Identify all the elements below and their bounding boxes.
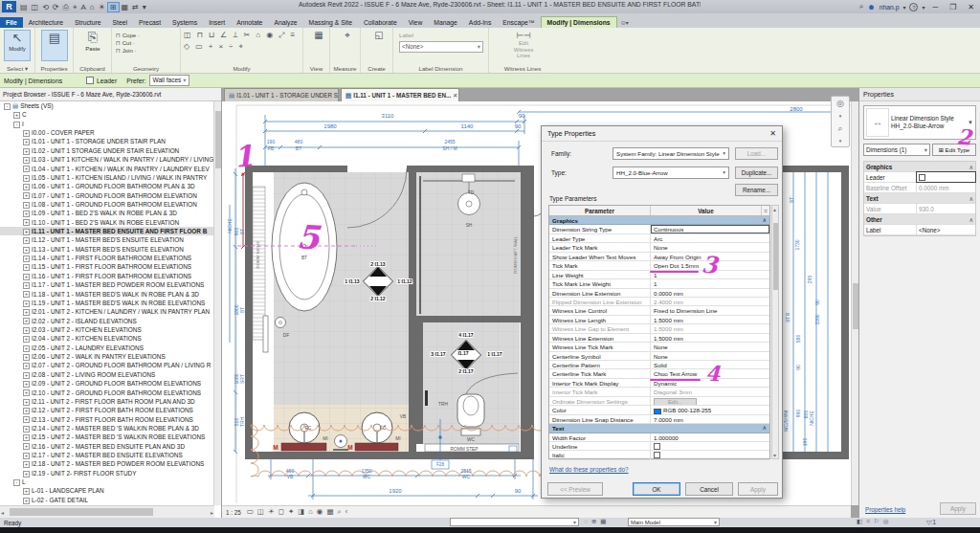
close-view-icon[interactable]: ✕ <box>453 92 457 99</box>
tree-item[interactable]: +I1.13 - UNIT 1 - MASTER BED'S ENSUITE E… <box>0 245 214 254</box>
parameter-row[interactable]: Ordinate Dimension SettingsEdit... <box>549 397 769 406</box>
ribbon-tab-massing-site[interactable]: Massing & Site <box>303 17 358 28</box>
view-tab-active[interactable]: ▤I1.11 - UNIT 1 - MASTER BED EN... ✕ <box>341 88 459 101</box>
project-browser-title[interactable]: Project Browser - ISSUE F - 6 Maze Ave, … <box>0 88 221 101</box>
view-control-icon[interactable]: ◉ <box>315 507 325 516</box>
ok-button[interactable]: OK <box>633 482 680 496</box>
ribbon-tab-view[interactable]: View <box>403 17 429 28</box>
tree-item[interactable]: +I1.04 - UNIT 1 - KITCHEN / WALK IN PANT… <box>0 165 214 173</box>
tree-item[interactable]: +I2.19 - UNIT 2- FIRST FLOOR STUDY <box>0 469 214 477</box>
parameter-row[interactable]: Leader TypeArc <box>549 234 769 243</box>
geometry-tool-cut[interactable]: ⊓ Cut · <box>116 39 140 47</box>
status-icon[interactable]: ◧ <box>855 518 864 524</box>
modify-tool-icon[interactable]: ∠ <box>220 31 227 40</box>
expand-icon[interactable]: + <box>23 175 30 182</box>
properties-apply-button[interactable]: Apply <box>940 502 976 515</box>
view-tools-icon[interactable]: ▦ <box>305 30 332 61</box>
cancel-button[interactable]: Cancel <box>685 482 733 496</box>
parameter-row[interactable]: Centerline Tick MarkChoo Text Arrow <box>549 369 769 378</box>
workset-dropdown[interactable]: ▾ <box>450 518 579 526</box>
steering-wheel-icon[interactable]: ◎ <box>836 99 844 108</box>
tree-item[interactable]: +I2.10 - UNIT 2 - GROUND FLOOR BATHROOM … <box>0 389 214 397</box>
parameter-row[interactable]: Underline <box>549 442 769 451</box>
expand-icon[interactable]: + <box>23 282 30 289</box>
ribbon-tab-enscape-[interactable]: Enscape™ <box>497 17 540 28</box>
ribbon-tab-insert[interactable]: Insert <box>203 17 231 28</box>
expand-icon[interactable]: + <box>23 237 30 244</box>
status-icon[interactable]: ⊕ <box>590 518 598 524</box>
element-filter-dropdown[interactable]: Dimensions (1) ▾ <box>863 144 930 156</box>
properties-section-text[interactable]: Text∧ <box>864 193 975 204</box>
parameter-row[interactable]: Witness Line Tick MarkNone <box>549 343 769 351</box>
expand-icon[interactable]: + <box>23 354 30 361</box>
text-icon[interactable]: A <box>78 3 87 11</box>
ribbon-tab-file[interactable]: File <box>0 17 23 28</box>
expand-icon[interactable]: + <box>23 426 30 433</box>
parameter-row[interactable]: Show Leader When Text MovesAway From Ori… <box>549 253 769 261</box>
expand-icon[interactable]: + <box>23 498 30 504</box>
measure-tools-icon[interactable]: ⌖ <box>334 30 361 61</box>
tree-item[interactable]: +I2.15 - UNIT 2 - MASTER BED 'S WALKIN R… <box>0 433 214 441</box>
expand-icon[interactable]: + <box>23 408 30 414</box>
tree-item[interactable]: -I <box>0 120 214 128</box>
duplicate-button[interactable]: Duplicate... <box>735 167 778 179</box>
parameter-row[interactable]: Width Factor1.000000 <box>549 433 769 442</box>
collapse-icon[interactable]: - <box>4 103 11 110</box>
expand-icon[interactable]: + <box>23 219 30 226</box>
help-icon[interactable]: ? <box>909 3 918 11</box>
ribbon-tab-analyze[interactable]: Analyze <box>268 17 302 28</box>
dialog-close-icon[interactable]: ✕ <box>769 129 776 138</box>
view-control-icon[interactable]: ☀ <box>266 507 277 516</box>
parameter-row[interactable]: Dimension String TypeContinuous <box>549 225 769 233</box>
tree-item[interactable]: +I1.09 - UNIT 1 - BED 2'S WALK IN ROBE P… <box>0 209 214 217</box>
load-button[interactable]: Load... <box>735 147 778 160</box>
tree-item[interactable]: +I1.18 - UNIT 1 - MASTER BED'S WALK IN R… <box>0 290 214 299</box>
view-control-icon[interactable]: ◨ <box>296 507 306 516</box>
tree-item[interactable]: +L-02 - GATE DETAIL <box>0 496 214 504</box>
tree-item[interactable]: +I1.11 - UNIT 1 - MASTER BED ENSUITE AND… <box>0 227 214 235</box>
tab-overflow-icon[interactable]: ⊙▾ <box>617 17 633 28</box>
parameter-row[interactable]: Witness Line Extension1.5000 mm <box>549 334 769 343</box>
expand-icon[interactable]: + <box>23 453 30 459</box>
expand-icon[interactable]: + <box>23 471 30 477</box>
tree-item[interactable]: +I1.14 - UNIT 1 - FIRST FLOOR BATHROOM E… <box>0 254 214 262</box>
parameter-row[interactable]: Dimension Line Extension0.0000 mm <box>549 289 769 298</box>
tree-item[interactable]: +I2.17 - UNIT 2 - MASTER BED ENSUITE ELE… <box>0 451 214 459</box>
modify-tool-icon[interactable]: ⌂ <box>256 31 260 40</box>
expand-icon[interactable]: + <box>23 211 30 217</box>
ribbon-tab-modify-dimensions[interactable]: Modify | Dimensions <box>541 16 617 28</box>
expand-icon[interactable]: + <box>23 345 30 352</box>
modify-tool-icon[interactable]: ◉ <box>266 31 273 40</box>
chevron-down-icon[interactable]: ▾ <box>839 136 842 145</box>
navigation-bar[interactable]: ◎ ▾ ⌕ ▾ <box>831 96 850 147</box>
tree-item[interactable]: +I1.02 - UNIT 1 STORAGE UNDER STAIR ELEV… <box>0 146 214 155</box>
modify-tool-icon[interactable]: ÷ <box>229 42 233 52</box>
parameter-row[interactable]: Centerline PatternSolid <box>549 361 769 369</box>
expand-icon[interactable]: + <box>23 291 30 298</box>
properties-row[interactable]: Leader <box>864 172 975 183</box>
status-icon[interactable]: ▦ <box>598 518 608 524</box>
parameter-row[interactable]: Italic <box>549 451 769 459</box>
selected-dimension[interactable] <box>241 172 245 249</box>
parameter-row[interactable]: Leader Tick MarkNone <box>549 243 769 252</box>
expand-icon[interactable]: + <box>23 389 30 396</box>
tree-item[interactable]: +I1.08 - UNIT 1 - GROUND FLOOR BATHROOM … <box>0 200 214 209</box>
tree-item[interactable]: +I1.15 - UNIT 1 - FIRST FLOOR BATHROOM E… <box>0 262 214 271</box>
expand-icon[interactable]: + <box>23 443 30 450</box>
modify-tool-icon[interactable]: ⊓ <box>197 31 203 40</box>
parameter-row[interactable]: Witness Line Length1.5000 mm <box>549 316 769 324</box>
view-control-icon[interactable]: ‹ <box>344 507 350 516</box>
expand-icon[interactable]: + <box>23 399 30 406</box>
restore-button[interactable]: ❐ <box>946 3 960 11</box>
tree-item[interactable]: +I2.03 - UNIT 2 - KITCHEN ELEVATIONS <box>0 325 214 334</box>
minimize-button[interactable]: ─ <box>928 3 942 11</box>
tree-item[interactable]: +I2.13 - UNIT 2 - FIRST FLOOR BATH ROOM … <box>0 415 214 424</box>
modify-tool-icon[interactable]: ◫ <box>184 31 191 40</box>
ribbon-tab-precast[interactable]: Precast <box>133 17 167 28</box>
tree-item[interactable]: +I2.11 - UNIT 2 - FIRST FLOOR BATH ROOM … <box>0 397 214 406</box>
view-control-icon[interactable]: ◫ <box>256 507 266 516</box>
paste-button[interactable]: ⎘Paste <box>79 30 106 61</box>
modify-tool-icon[interactable]: × <box>218 42 223 52</box>
tree-item[interactable]: +I1.01 - UNIT 1 - STORAGE UNDER STAIR PL… <box>0 137 214 145</box>
modify-tool-icon[interactable]: ⌖ <box>238 42 243 52</box>
